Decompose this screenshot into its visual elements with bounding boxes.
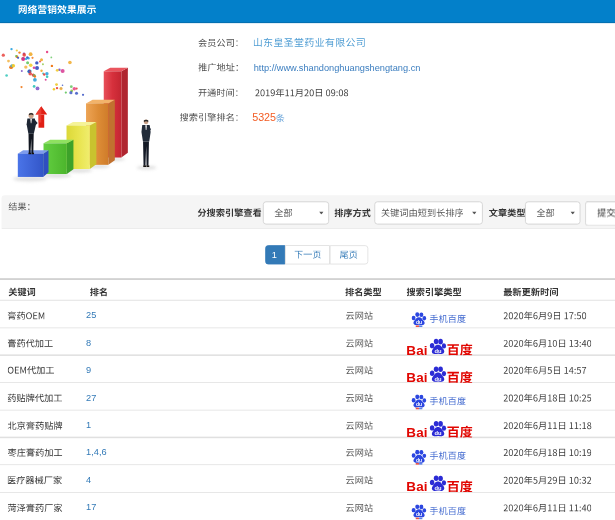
svg-text:du: du [416, 456, 422, 462]
svg-text:du: du [435, 430, 443, 436]
svg-text:du: du [435, 375, 443, 381]
svg-text:du: du [416, 401, 422, 407]
svg-text:Bai: Bai [407, 425, 428, 438]
svg-text:du: du [416, 319, 422, 325]
svg-text:du: du [416, 511, 422, 517]
svg-text:Bai: Bai [407, 480, 428, 493]
svg-text:Bai: Bai [407, 343, 428, 356]
svg-text:du: du [435, 348, 443, 354]
svg-text:Bai: Bai [407, 370, 428, 383]
svg-text:du: du [435, 485, 443, 491]
